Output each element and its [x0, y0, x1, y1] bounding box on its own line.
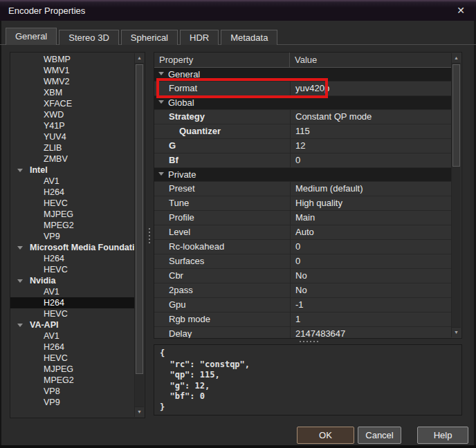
- tree-item-xbm-3[interactable]: XBM: [10, 87, 135, 98]
- property-row-g[interactable]: G12: [154, 139, 452, 153]
- property-value[interactable]: No: [290, 269, 452, 283]
- property-value[interactable]: No: [290, 283, 452, 297]
- property-row-strategy[interactable]: StrategyConstant QP mode: [154, 110, 452, 124]
- table-scroll-up-button[interactable]: ▲: [452, 53, 461, 64]
- tree-item-av1-25[interactable]: AV1: [10, 330, 135, 342]
- tree-item-mjpeg-28[interactable]: MJPEG: [10, 364, 135, 375]
- tree-item-microsoft-media-foundati-17[interactable]: Microsoft Media Foundati...: [10, 242, 135, 253]
- tab-metadata[interactable]: Metadata: [221, 30, 277, 45]
- property-table-header: Property Value: [154, 53, 452, 68]
- tree-item-vp9-16[interactable]: VP9: [10, 231, 135, 242]
- tree-item-vp9-31[interactable]: VP9: [10, 397, 135, 408]
- property-value[interactable]: 0: [290, 254, 452, 268]
- tree-scroll-thumb[interactable]: [136, 64, 143, 374]
- property-value[interactable]: High quality: [290, 196, 452, 210]
- property-value[interactable]: 2147483647: [290, 327, 452, 338]
- property-value[interactable]: Main: [290, 211, 452, 225]
- tab-stereo-3d[interactable]: Stereo 3D: [59, 30, 119, 45]
- tree-item-h264-18[interactable]: H264: [10, 253, 135, 264]
- cancel-button[interactable]: Cancel: [358, 427, 401, 444]
- tree-item-zlib-8[interactable]: ZLIB: [10, 142, 135, 153]
- property-row-format[interactable]: Formatyuv420p: [154, 82, 452, 96]
- tree-item-mjpeg-14[interactable]: MJPEG: [10, 209, 135, 220]
- tree-scrollbar[interactable]: ▲ ▼: [134, 53, 144, 417]
- property-row-profile[interactable]: ProfileMain: [154, 211, 452, 225]
- property-value[interactable]: 115: [290, 124, 452, 138]
- tree-scroll-down-button[interactable]: ▼: [135, 407, 144, 417]
- table-code-splitter-handle[interactable]: [300, 339, 318, 344]
- table-scroll-thumb[interactable]: [452, 64, 460, 167]
- tree-item-av1-11[interactable]: AV1: [10, 176, 135, 187]
- tree-item-xface-4[interactable]: XFACE: [10, 98, 135, 109]
- property-row-surfaces[interactable]: Surfaces0: [154, 254, 452, 269]
- tree-item-y41p-6[interactable]: Y41P: [10, 120, 135, 131]
- tree-item-xwd-5[interactable]: XWD: [10, 109, 135, 120]
- tree-item-h264-22[interactable]: H264: [10, 297, 135, 308]
- property-group-private[interactable]: Private: [154, 168, 452, 182]
- property-value[interactable]: 1: [290, 312, 452, 326]
- tree-item-av1-21[interactable]: AV1: [10, 286, 135, 297]
- tree-item-label: WBMP: [44, 55, 71, 64]
- tree-item-label: AV1: [44, 287, 60, 297]
- property-value[interactable]: -1: [290, 298, 452, 312]
- ok-button[interactable]: OK: [297, 427, 354, 444]
- property-value[interactable]: Auto: [290, 225, 452, 239]
- property-group-general[interactable]: General: [154, 68, 452, 82]
- title-bar[interactable]: Encoder Properties ✕: [0, 0, 476, 21]
- tree-item-h264-12[interactable]: H264: [10, 187, 135, 198]
- property-group-global[interactable]: Global: [154, 96, 452, 110]
- close-button[interactable]: ✕: [448, 0, 473, 21]
- help-button[interactable]: Help: [417, 427, 468, 444]
- property-value[interactable]: 12: [290, 139, 452, 153]
- tree-item-mpeg2-15[interactable]: MPEG2: [10, 220, 135, 231]
- tree-item-intel-10[interactable]: Intel: [10, 165, 135, 176]
- tree-item-va-api-24[interactable]: VA-API: [10, 319, 135, 330]
- tree-item-nvidia-20[interactable]: Nvidia: [10, 275, 135, 286]
- tree-item-hevc-27[interactable]: HEVC: [10, 353, 135, 364]
- property-row-preset[interactable]: PresetMedium (default): [154, 182, 452, 196]
- property-group-label: Private: [168, 169, 196, 180]
- tree-item-label: Intel: [30, 165, 48, 175]
- property-row-bf[interactable]: Bf0: [154, 153, 452, 168]
- table-scrollbar[interactable]: ▲ ▼: [451, 53, 461, 337]
- encoder-options-code-panel[interactable]: { "rc": "constqp", "qp": 115, "g": 12, "…: [154, 344, 462, 416]
- tree-item-hevc-19[interactable]: HEVC: [10, 264, 135, 275]
- property-row-gpu[interactable]: Gpu-1: [154, 298, 452, 312]
- tree-item-hevc-23[interactable]: HEVC: [10, 308, 135, 319]
- chevron-down-icon: [158, 172, 164, 176]
- tree-item-vp8-30[interactable]: VP8: [10, 386, 135, 397]
- property-value[interactable]: yuv420p: [290, 82, 452, 95]
- tree-item-label: YUV4: [44, 132, 66, 142]
- property-column-header[interactable]: Property: [154, 53, 290, 67]
- property-value[interactable]: Constant QP mode: [290, 110, 452, 124]
- property-row-delay[interactable]: Delay2147483647: [154, 327, 452, 338]
- window-border-bottom: [0, 445, 476, 448]
- property-row-tune[interactable]: TuneHigh quality: [154, 196, 452, 211]
- tree-item-mpeg2-29[interactable]: MPEG2: [10, 375, 135, 386]
- panel-splitter-handle[interactable]: [147, 228, 152, 248]
- encoder-options-json[interactable]: { "rc": "constqp", "qp": 115, "g": 12, "…: [154, 345, 461, 413]
- property-value[interactable]: Medium (default): [290, 182, 452, 196]
- property-row-quantizer[interactable]: Quantizer115: [154, 124, 452, 139]
- tree-item-yuv4-7[interactable]: YUV4: [10, 131, 135, 142]
- tab-hdr[interactable]: HDR: [180, 30, 219, 45]
- property-row-rc-lookahead[interactable]: Rc-lookahead0: [154, 240, 452, 254]
- property-row-rgb-mode[interactable]: Rgb mode1: [154, 312, 452, 327]
- tree-item-wbmp-0[interactable]: WBMP: [10, 54, 135, 65]
- property-value[interactable]: 0: [290, 240, 452, 254]
- tree-item-zmbv-9[interactable]: ZMBV: [10, 153, 135, 165]
- tab-spherical[interactable]: Spherical: [121, 30, 178, 45]
- tab-general[interactable]: General: [6, 28, 57, 45]
- value-column-header[interactable]: Value: [290, 53, 452, 67]
- tree-item-wmv1-1[interactable]: WMV1: [10, 65, 135, 76]
- tree-scroll-up-button[interactable]: ▲: [135, 53, 144, 64]
- property-value[interactable]: 0: [290, 153, 452, 167]
- tree-item-h264-26[interactable]: H264: [10, 342, 135, 353]
- tree-item-hevc-13[interactable]: HEVC: [10, 198, 135, 209]
- property-row-level[interactable]: LevelAuto: [154, 225, 452, 240]
- tree-item-label: ZLIB: [44, 143, 62, 153]
- table-scroll-down-button[interactable]: ▼: [452, 327, 461, 337]
- property-row-2pass[interactable]: 2passNo: [154, 283, 452, 298]
- tree-item-wmv2-2[interactable]: WMV2: [10, 76, 135, 87]
- property-row-cbr[interactable]: CbrNo: [154, 269, 452, 283]
